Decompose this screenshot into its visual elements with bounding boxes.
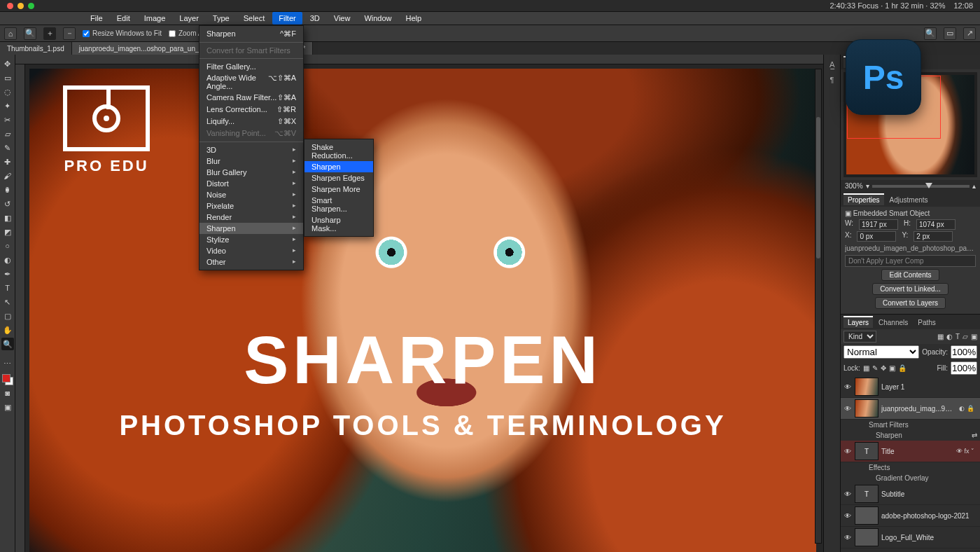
layer-effect-item[interactable]: Gradient Overlay — [841, 473, 980, 483]
layer-row[interactable]: 👁Logo_Full_White — [841, 527, 980, 548]
filter-group-render[interactable]: Render — [200, 212, 303, 223]
pen-tool-icon[interactable]: ✒ — [1, 268, 14, 280]
filter-group-pixelate[interactable]: Pixelate — [200, 200, 303, 212]
home-icon[interactable]: ⌂ — [4, 27, 17, 40]
sharpen-item[interactable]: Shake Reduction... — [304, 142, 373, 161]
eyedropper-tool-icon[interactable]: ✎ — [1, 142, 14, 154]
char-panel-icon[interactable]: A̲ — [827, 59, 838, 70]
menu-window[interactable]: Window — [358, 12, 398, 25]
doc-tab-1[interactable]: Thumbnails_1.psd — [0, 42, 72, 55]
layer-row[interactable]: 👁adobe-photoshop-logo-2021 — [841, 505, 980, 527]
filter-image-icon[interactable]: ▦ — [937, 333, 944, 340]
menu-view[interactable]: View — [328, 12, 357, 25]
visibility-toggle-icon[interactable]: 👁 — [844, 405, 852, 413]
lock-transparent-icon[interactable]: ▦ — [863, 364, 869, 372]
blend-mode-select[interactable]: Normal — [844, 345, 919, 359]
search-icon[interactable]: 🔍 — [924, 27, 937, 40]
filter-group-video[interactable]: Video — [200, 245, 303, 256]
filter-adjust-icon[interactable]: ◐ — [946, 333, 953, 340]
zoom-out-small-icon[interactable]: ▾ — [866, 182, 869, 190]
sharpen-submenu[interactable]: Shake Reduction...SharpenSharpen EdgesSh… — [304, 139, 374, 237]
color-swatch[interactable] — [2, 374, 13, 385]
zoom-tool-main-icon[interactable]: 🔍 — [1, 338, 14, 350]
y-input[interactable] — [913, 231, 953, 242]
filter-item[interactable]: Adaptive Wide Angle...⌥⇧⌘A — [200, 72, 303, 92]
tab-properties[interactable]: Properties — [844, 193, 884, 205]
visibility-toggle-icon[interactable]: 👁 — [844, 512, 852, 520]
sharpen-item[interactable]: Smart Sharpen... — [304, 195, 373, 214]
close-window-icon[interactable] — [7, 3, 13, 9]
filter-group-blur[interactable]: Blur — [200, 156, 303, 167]
smart-filters-label[interactable]: Smart Filters — [841, 420, 980, 430]
stamp-tool-icon[interactable]: ⧯ — [1, 184, 14, 196]
height-input[interactable] — [916, 219, 955, 230]
minimize-window-icon[interactable] — [18, 3, 24, 9]
zoom-in-small-icon[interactable]: ▴ — [972, 182, 976, 190]
crop-tool-icon[interactable]: ✂ — [1, 113, 14, 126]
filter-last[interactable]: Sharpen^⌘F — [200, 28, 303, 40]
edit-contents-button[interactable]: Edit Contents — [881, 269, 939, 281]
frame-tool-icon[interactable]: ▱ — [1, 127, 14, 140]
canvas[interactable]: PRO EDU SHARPEN PHOTOSHOP TOOLS & TERMIN… — [15, 55, 823, 552]
lock-all-icon[interactable]: 🔒 — [898, 364, 906, 372]
filter-group-sharpen[interactable]: Sharpen — [200, 223, 303, 234]
filter-item[interactable]: Lens Correction...⇧⌘R — [200, 104, 303, 116]
convert-layers-button[interactable]: Convert to Layers — [875, 297, 946, 309]
layer-row[interactable]: 👁TSubtitle — [841, 483, 980, 505]
filter-group-noise[interactable]: Noise — [200, 189, 303, 200]
type-tool-icon[interactable]: T — [1, 282, 14, 294]
share-icon[interactable]: ↗ — [963, 27, 976, 40]
visibility-toggle-icon[interactable]: 👁 — [844, 534, 852, 541]
filter-group-blur-gallery[interactable]: Blur Gallery — [200, 167, 303, 178]
opacity-input[interactable] — [951, 345, 977, 359]
edit-toolbar-icon[interactable]: ⋯ — [1, 357, 14, 370]
lasso-tool-icon[interactable]: ◌ — [1, 85, 14, 98]
smart-filter-item[interactable]: Sharpen⇄ — [841, 430, 980, 441]
blur-tool-icon[interactable]: ○ — [1, 240, 14, 252]
lock-artboard-icon[interactable]: ▣ — [889, 364, 895, 372]
tab-paths[interactable]: Paths — [913, 316, 940, 328]
tab-layers[interactable]: Layers — [844, 316, 873, 328]
zoom-tool-icon[interactable]: 🔍 — [24, 27, 36, 40]
filter-group-3d[interactable]: 3D — [200, 144, 303, 156]
resize-windows-checkbox[interactable]: Resize Windows to Fit — [83, 29, 162, 37]
zoom-in-icon[interactable]: ＋ — [43, 27, 56, 40]
filter-group-other[interactable]: Other — [200, 256, 303, 268]
visibility-toggle-icon[interactable]: 👁 — [844, 383, 852, 391]
gradient-tool-icon[interactable]: ◩ — [1, 226, 14, 238]
tab-channels[interactable]: Channels — [874, 316, 912, 328]
menu-3d[interactable]: 3D — [304, 12, 326, 25]
fill-input[interactable] — [951, 361, 977, 375]
filter-group-stylize[interactable]: Stylize — [200, 234, 303, 245]
menu-help[interactable]: Help — [400, 12, 428, 25]
workspace-icon[interactable]: ▭ — [944, 27, 956, 40]
convert-linked-button[interactable]: Convert to Linked... — [872, 283, 948, 295]
marquee-tool-icon[interactable]: ▭ — [1, 71, 14, 84]
move-tool-icon[interactable]: ✥ — [1, 57, 14, 70]
filter-smart-icon[interactable]: ▣ — [971, 333, 977, 340]
sharpen-item[interactable]: Unsharp Mask... — [304, 214, 373, 234]
filter-dropdown[interactable]: Sharpen^⌘F Convert for Smart Filters Fil… — [199, 25, 304, 270]
menu-edit[interactable]: Edit — [111, 12, 136, 25]
lock-pixels-icon[interactable]: ✎ — [872, 364, 878, 372]
app-menubar[interactable]: File Edit Image Layer Type Select Filter… — [0, 11, 980, 25]
canvas-scrollbar[interactable] — [815, 69, 822, 544]
menu-layer[interactable]: Layer — [173, 12, 205, 25]
menu-image[interactable]: Image — [138, 12, 172, 25]
layer-row[interactable]: 👁juanproedu_imag...9fce431cb76d_0◐ 🔒 — [841, 398, 980, 420]
filter-item[interactable]: Filter Gallery... — [200, 61, 303, 72]
maximize-window-icon[interactable] — [28, 3, 34, 9]
paragraph-panel-icon[interactable]: ¶ — [827, 74, 838, 85]
menu-file[interactable]: File — [84, 12, 109, 25]
menu-select[interactable]: Select — [237, 12, 272, 25]
sharpen-item[interactable]: Sharpen More — [304, 184, 373, 195]
lock-position-icon[interactable]: ✥ — [881, 364, 886, 372]
hand-tool-icon[interactable]: ✋ — [1, 324, 14, 336]
quickmask-icon[interactable]: ◙ — [1, 387, 14, 399]
path-tool-icon[interactable]: ↖ — [1, 296, 14, 308]
menu-type[interactable]: Type — [206, 12, 236, 25]
dodge-tool-icon[interactable]: ◐ — [1, 254, 14, 266]
width-input[interactable] — [859, 219, 898, 230]
filter-kind-select[interactable]: Kind — [844, 331, 876, 343]
layer-row[interactable]: 👁TTitle👁 fx ˅ — [841, 441, 980, 462]
